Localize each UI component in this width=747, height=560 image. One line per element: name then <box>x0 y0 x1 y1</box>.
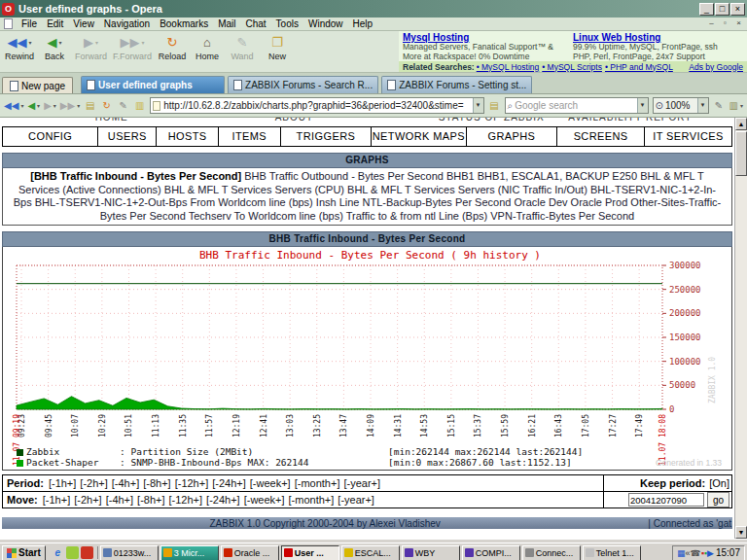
move-option[interactable]: [-2h+] <box>74 494 101 506</box>
nav-config[interactable]: CONFIG <box>3 127 97 146</box>
task-telnet-1-[interactable]: Telnet 1... <box>583 545 641 560</box>
tab-zabbix-forums-search-r-[interactable]: ZABBIX Forums - Search R... <box>228 76 378 93</box>
menu-window[interactable]: Window <box>303 18 348 29</box>
task-01233w-[interactable]: 01233w... <box>100 545 159 560</box>
top-menu-about[interactable]: ABOUT <box>275 118 313 122</box>
related-link[interactable]: • PHP and MySQL <box>605 62 673 72</box>
ads-by-google-link[interactable]: Ads by Google <box>689 62 743 72</box>
task-wby[interactable]: WBY <box>402 545 460 560</box>
messenger-icon[interactable] <box>66 546 79 559</box>
period-option[interactable]: [-8h+] <box>143 477 170 489</box>
wand-bar-icon[interactable]: ✎ <box>713 99 726 112</box>
task-user-[interactable]: User ... <box>281 545 339 560</box>
scrollbar-thumb[interactable] <box>735 131 747 176</box>
menu-edit[interactable]: Edit <box>42 18 68 29</box>
nav-it-services[interactable]: IT SERVICES <box>644 127 731 146</box>
related-link[interactable]: • MySQL Scripts <box>542 62 602 72</box>
internet-explorer-icon[interactable]: e <box>52 546 64 559</box>
back-small-button[interactable]: ◀▾ <box>27 100 40 111</box>
task-oracle-[interactable]: Oracle ... <box>221 545 279 560</box>
zoom-control[interactable]: ⊙ 100% ▼ <box>653 97 709 114</box>
graph-link[interactable]: Insh Line <box>316 196 360 208</box>
task-escal-[interactable]: ESCAL... <box>341 545 400 560</box>
graph-link[interactable]: BHB1 <box>446 170 475 182</box>
dropdown-caret-icon[interactable]: ▾ <box>95 39 98 46</box>
move-option[interactable]: [-8h+] <box>137 494 164 506</box>
graph-link[interactable]: BHL & MFL T Services Servers (NIC Traffi… <box>347 184 587 195</box>
dropdown-caret-icon[interactable]: ▾ <box>59 39 62 46</box>
menu-help[interactable]: Help <box>348 18 378 29</box>
nav-items[interactable]: ITEMS <box>218 127 280 146</box>
graph-link[interactable]: Oracle Prod <box>571 196 628 208</box>
graph-link[interactable]: To Worldcom line (bps) <box>234 210 343 222</box>
graph-link[interactable]: BHL-TSERV1-NIC-1+2-Out-Bps <box>35 196 188 208</box>
notes-icon[interactable]: ▥ <box>133 99 146 112</box>
move-option[interactable]: [-12h+] <box>169 494 203 506</box>
phone-icon[interactable]: ☎ <box>690 548 700 558</box>
ad-right[interactable]: Linux Web Hosting 99.9% Uptime, MySQL, F… <box>573 32 743 61</box>
dropdown-caret-icon[interactable]: ▾ <box>142 39 145 46</box>
scroll-up-arrow[interactable]: ▲ <box>735 118 747 130</box>
rewind-small-button[interactable]: ◀◀▾ <box>4 100 23 111</box>
wand-small-icon[interactable]: ✎ <box>117 99 129 112</box>
period-option[interactable]: [-year+] <box>343 477 380 489</box>
mdi-restore-button[interactable]: ▫ <box>719 18 731 29</box>
download-manager-icon[interactable] <box>81 546 93 559</box>
mdi-close-button[interactable]: × <box>732 18 745 29</box>
close-button[interactable]: × <box>730 3 745 16</box>
search-dropdown-arrow[interactable]: ▼ <box>637 98 648 113</box>
home-button[interactable]: ⌂Home <box>190 33 225 62</box>
menu-chat[interactable]: Chat <box>240 18 270 29</box>
top-menu-availability-report[interactable]: AVAILABILITY REPORT <box>568 118 692 122</box>
graph-link[interactable]: BHB1, ESCALA1, BACKUP E250 <box>478 170 637 182</box>
related-link[interactable]: • MySQL Hosting <box>477 62 540 72</box>
move-option[interactable]: [-month+] <box>289 494 335 506</box>
maximize-button[interactable]: □ <box>715 3 729 16</box>
keep-period-toggle[interactable]: [On] <box>709 477 729 489</box>
period-option[interactable]: [-12h+] <box>175 477 209 489</box>
period-option[interactable]: [-2h+] <box>80 477 107 489</box>
task-connec-[interactable]: Connec... <box>522 545 581 560</box>
menu-navigation[interactable]: Navigation <box>99 18 155 29</box>
nav-screens[interactable]: SCREENS <box>556 127 644 146</box>
menu-tools[interactable]: Tools <box>271 18 303 29</box>
graph-link[interactable]: Traffic to & from ntl Line (Bps) <box>346 210 488 222</box>
forward-small-button[interactable]: ▶▾ <box>44 100 56 111</box>
url-field[interactable]: http://10.62.8.2/zabbix/charts.php?graph… <box>150 97 483 114</box>
start-button[interactable]: Start <box>2 545 46 560</box>
page-icon[interactable]: ▤ <box>84 99 96 112</box>
period-option[interactable]: [-month+] <box>295 477 340 489</box>
ad-left[interactable]: Mysql Hosting Managed Servers, Fanatical… <box>403 32 573 61</box>
nav-users[interactable]: USERS <box>97 127 156 146</box>
play-icon[interactable]: ▶ <box>707 548 714 558</box>
move-option[interactable]: [-4h+] <box>106 494 133 506</box>
graph-link[interactable]: From Worldcom line (bps) <box>190 196 312 208</box>
dropdown-caret-icon[interactable]: ▾ <box>29 39 32 46</box>
period-option[interactable]: [-week+] <box>250 477 291 489</box>
move-option[interactable]: [-1h+] <box>43 494 70 506</box>
graph-link[interactable]: NTL-Backup-Bytes Per Second <box>363 196 512 208</box>
graph-link[interactable]: VPN-Traffic-Bytes Per Second <box>490 210 634 222</box>
stime-input[interactable] <box>628 493 704 507</box>
go-button[interactable]: go <box>707 492 729 508</box>
scrollbar-track[interactable] <box>735 177 747 526</box>
nav-graphs[interactable]: GRAPHS <box>466 127 557 146</box>
reload-button[interactable]: ↻Reload <box>155 33 190 62</box>
fast-forward-small-button[interactable]: ▶▶▾ <box>60 100 80 111</box>
go-page-icon[interactable]: ▤ <box>488 99 501 112</box>
vertical-scrollbar[interactable]: ▲ ▼ <box>734 118 747 539</box>
new-page-button[interactable]: New page <box>2 77 73 93</box>
window-titlebar[interactable]: O User defined graphs - Opera _ □ × <box>0 0 747 18</box>
task-compi-[interactable]: COMPI... <box>462 545 520 560</box>
graph-link[interactable]: Oracle Dev <box>514 196 567 208</box>
zoom-dropdown-arrow[interactable]: ▼ <box>697 98 708 113</box>
move-option[interactable]: [-week+] <box>244 494 285 506</box>
url-dropdown-arrow[interactable]: ▼ <box>473 98 483 113</box>
graph-link[interactable]: BHL & MFL T Services Servers (CPU) <box>164 184 344 195</box>
top-menu-status-of-zabbix[interactable]: STATUS OF ZABBIX <box>439 118 545 122</box>
tab-zabbix-forums-setting-st[interactable]: ZABBIX Forums - Setting st... <box>381 76 532 93</box>
minimize-button[interactable]: _ <box>699 3 714 16</box>
nav-triggers[interactable]: TRIGGERS <box>280 127 372 146</box>
nav-network-maps[interactable]: NETWORK MAPS <box>371 127 465 146</box>
period-option[interactable]: [-4h+] <box>112 477 139 489</box>
